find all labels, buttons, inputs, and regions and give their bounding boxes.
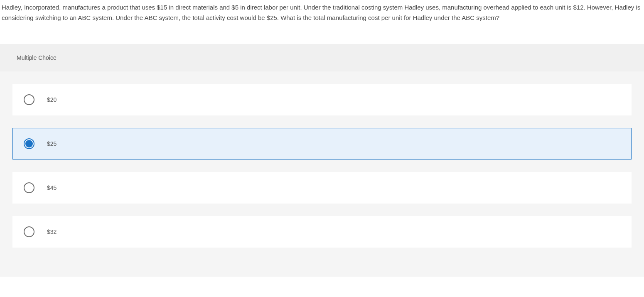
radio-icon — [24, 182, 34, 193]
options-list: $20 $25 $45 $32 — [0, 71, 644, 248]
option-label: $45 — [47, 183, 57, 192]
option-label: $20 — [47, 95, 57, 104]
option-4[interactable]: $32 — [12, 216, 632, 248]
option-3[interactable]: $45 — [12, 172, 632, 204]
radio-icon — [24, 226, 34, 237]
radio-icon — [24, 94, 34, 105]
option-label: $32 — [47, 227, 57, 236]
question-text: Hadley, Incorporated, manufactures a pro… — [0, 0, 644, 23]
radio-icon — [24, 138, 34, 149]
option-2[interactable]: $25 — [12, 128, 632, 160]
option-label: $25 — [47, 139, 57, 148]
radio-inner-icon — [25, 140, 33, 147]
multiple-choice-container: Multiple Choice $20 $25 $45 $32 — [0, 44, 644, 277]
multiple-choice-header: Multiple Choice — [0, 44, 644, 71]
option-1[interactable]: $20 — [12, 84, 632, 115]
